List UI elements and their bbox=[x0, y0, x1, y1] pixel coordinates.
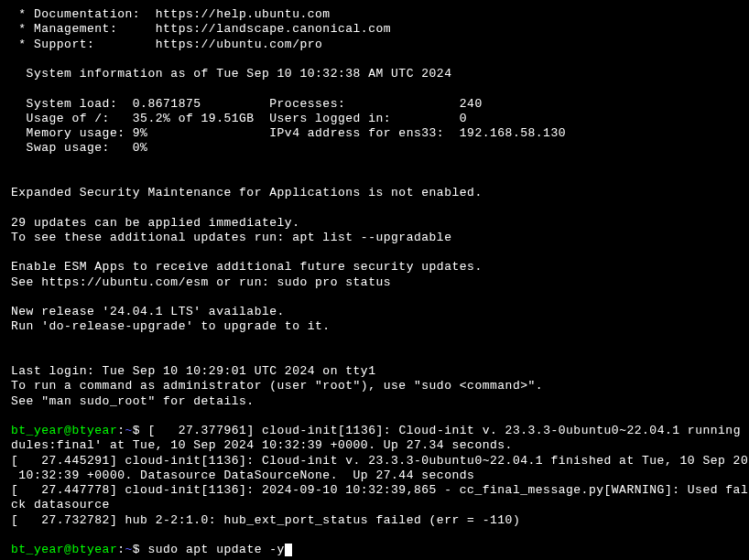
kernel-msg: [ 27.445291] cloud-init[1136]: Cloud-ini… bbox=[11, 454, 738, 468]
sysinfo-row: Usage of /: 35.2% of 19.51GB Users logge… bbox=[11, 112, 738, 126]
sysinfo-header: System information as of Tue Sep 10 10:3… bbox=[11, 67, 738, 81]
esm-disabled: Expanded Security Maintenance for Applic… bbox=[11, 186, 738, 200]
release-upgrade-hint: Run 'do-release-upgrade' to upgrade to i… bbox=[11, 319, 738, 334]
prompt-userhost: bt_year@btyear bbox=[11, 543, 117, 556]
sysinfo-row: Swap usage: 0% bbox=[11, 141, 738, 156]
motd-doc-link: * Documentation: https://help.ubuntu.com bbox=[11, 7, 738, 22]
prompt-path: ~ bbox=[125, 424, 133, 437]
updates-hint: To see these additional updates run: apt… bbox=[11, 231, 738, 245]
updates-available: 29 updates can be applied immediately. bbox=[11, 216, 738, 231]
terminal-output: * Documentation: https://help.ubuntu.com… bbox=[11, 7, 738, 557]
last-login: Last login: Tue Sep 10 10:29:01 UTC 2024… bbox=[11, 364, 738, 379]
prompt-symbol: $ bbox=[133, 543, 140, 556]
kernel-msg: dules:final' at Tue, 10 Sep 2024 10:32:3… bbox=[11, 438, 738, 453]
esm-enable-hint: See https://ubuntu.com/esm or run: sudo … bbox=[11, 275, 738, 290]
esm-enable: Enable ESM Apps to receive additional fu… bbox=[11, 260, 738, 275]
sysinfo-row: Memory usage: 9% IPv4 address for ens33:… bbox=[11, 126, 738, 141]
kernel-msg: 27.377961] cloud-init[1136]: Cloud-init … bbox=[156, 424, 749, 437]
kernel-msg: ck datasource bbox=[11, 498, 738, 512]
motd-support-link: * Support: https://ubuntu.com/pro bbox=[11, 38, 738, 52]
prompt-path: ~ bbox=[125, 543, 133, 556]
sudo-hint: To run a command as administrator (user … bbox=[11, 379, 738, 393]
command-input[interactable]: sudo apt update -y bbox=[147, 543, 284, 556]
sudo-hint-man: See "man sudo_root" for details. bbox=[11, 394, 738, 409]
prompt-line-2[interactable]: bt_year@btyear:~$ sudo apt update -y bbox=[11, 543, 738, 557]
prompt-userhost: bt_year@btyear bbox=[11, 424, 117, 437]
prompt-symbol: $ bbox=[133, 424, 140, 437]
kernel-msg: [ 27.447778] cloud-init[1136]: 2024-09-1… bbox=[11, 483, 738, 498]
prompt-line-1: bt_year@btyear:~$ [ 27.377961] cloud-ini… bbox=[11, 424, 738, 438]
motd-mgmt-link: * Management: https://landscape.canonica… bbox=[11, 22, 738, 37]
kernel-msg: 10:32:39 +0000. Datasource DataSourceNon… bbox=[11, 468, 738, 483]
kernel-msg: [ 27.732782] hub 2-2:1.0: hub_ext_port_s… bbox=[11, 513, 738, 528]
cursor bbox=[285, 544, 292, 556]
new-release: New release '24.04.1 LTS' available. bbox=[11, 305, 738, 319]
sysinfo-row: System load: 0.8671875 Processes: 240 bbox=[11, 97, 738, 112]
